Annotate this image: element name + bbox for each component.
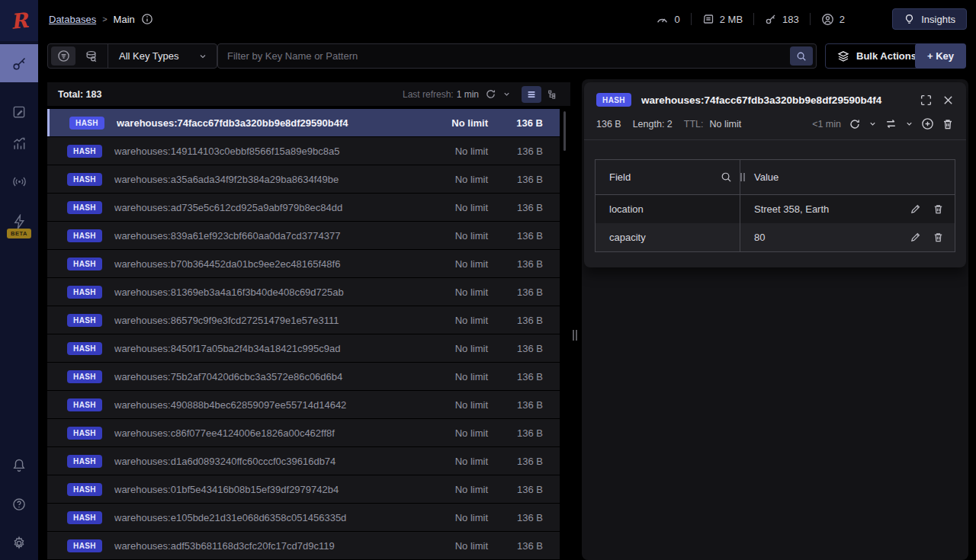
delete-key-icon[interactable] [942, 118, 954, 130]
sidebar-item-notifications[interactable] [0, 446, 38, 485]
breadcrumb-databases-link[interactable]: Databases [49, 14, 96, 25]
key-list-row[interactable]: HASH warehouses:8450f17a05ba2f4b34a18421… [47, 334, 560, 362]
hash-field-row[interactable]: capacity 80 [596, 223, 955, 251]
redis-logo[interactable]: R [0, 0, 38, 41]
key-list-row[interactable]: HASH warehouses:adf53b681168d3cfc20fc17c… [47, 532, 560, 559]
last-refresh-label: Last refresh: [403, 89, 454, 100]
search-icon[interactable] [721, 171, 732, 183]
key-ttl: No limit [412, 456, 488, 467]
detail-length: Length: 2 [633, 119, 673, 130]
database-scan-button[interactable] [79, 46, 103, 66]
key-type-select[interactable]: All Key Types [108, 50, 217, 62]
key-list-row[interactable]: HASH warehouses:d1a6d0893240ffc60cccf0c3… [47, 447, 560, 475]
key-size: 136 B [488, 258, 543, 270]
format-chevron-icon[interactable] [905, 120, 913, 128]
info-icon[interactable] [141, 13, 153, 25]
filter-input-wrap [217, 43, 817, 69]
key-size: 136 B [488, 456, 543, 467]
key-list-row[interactable]: HASH warehouses:a35a6ada34f9f2b384a29ba8… [47, 165, 560, 193]
key-list-row[interactable]: HASH warehouses:c86f077ee4124006e1826a00… [47, 419, 560, 446]
key-rows: HASH warehouses:74facc67fdb3a320bb9e8df2… [47, 109, 560, 560]
type-badge: HASH [67, 145, 102, 158]
key-list-row[interactable]: HASH warehouses:839a61ef923cbf660aa0da7c… [47, 222, 560, 249]
column-resize-handle[interactable] [740, 173, 745, 181]
edit-field-icon[interactable] [910, 203, 921, 215]
filter-toggle-button[interactable] [51, 46, 75, 66]
tree-view-button[interactable] [543, 86, 563, 103]
key-list-row[interactable]: HASH warehouses:01bf5e43416b08b15ef39df2… [47, 475, 560, 503]
stat-cpu: 0 [656, 13, 679, 26]
list-view-button[interactable] [522, 86, 541, 103]
delete-field-icon[interactable] [933, 203, 944, 215]
value-text: 80 [754, 232, 765, 243]
key-name: warehouses:c86f077ee4124006e1826a00c462f… [114, 427, 412, 439]
key-name: warehouses:d1a6d0893240ffc60cccf0c39616d… [114, 456, 412, 467]
key-list-row[interactable]: HASH warehouses:149114103c0ebbf8566f15a8… [47, 137, 560, 165]
key-name: warehouses:149114103c0ebbf8566f15a89e9bc… [114, 146, 412, 157]
delete-field-icon[interactable] [933, 232, 944, 243]
key-type-selected: All Key Types [119, 50, 179, 62]
help-icon [11, 497, 27, 512]
panel-resize-handle[interactable] [573, 330, 580, 341]
table-header: Field Value [596, 160, 955, 195]
key-filter-input[interactable] [218, 50, 790, 62]
key-ttl: No limit [412, 174, 488, 185]
hash-field-row[interactable]: location Street 358, Earth [596, 195, 955, 223]
close-icon[interactable] [942, 94, 954, 106]
fullscreen-icon[interactable] [920, 94, 933, 107]
detail-ttl[interactable]: TTL: No limit [684, 119, 741, 130]
redisinsight-app: R BETA [0, 0, 976, 560]
format-switch-icon[interactable] [884, 117, 897, 130]
bulk-actions-button[interactable]: Bulk Actions [825, 43, 929, 69]
value-header-label: Value [754, 171, 779, 183]
refresh-icon[interactable] [485, 88, 496, 100]
value-column-header: Value [740, 171, 955, 183]
key-list-row[interactable]: HASH warehouses:74facc67fdb3a320bb9e8df2… [47, 109, 560, 136]
bell-icon [11, 458, 27, 473]
sidebar-item-settings[interactable] [0, 524, 38, 560]
edit-field-icon[interactable] [910, 232, 921, 243]
insights-button[interactable]: Insights [892, 8, 967, 30]
key-list-row[interactable]: HASH warehouses:86579c9f9e3fcd27251479e1… [47, 306, 560, 334]
detail-size: 136 B [596, 119, 621, 130]
gear-icon [11, 536, 27, 551]
key-ttl: No limit [412, 540, 488, 552]
breadcrumb: Databases > Main [49, 13, 153, 25]
key-list-row[interactable]: HASH warehouses:490888b4bec62859097ee557… [47, 391, 560, 418]
refresh-options-chevron-icon[interactable] [502, 90, 511, 98]
key-list-row[interactable]: HASH warehouses:b70b364452da01bc9ee2ec48… [47, 250, 560, 277]
sidebar-item-browser[interactable] [0, 44, 38, 82]
scrollbar-thumb[interactable] [563, 111, 566, 151]
key-name: warehouses:8450f17a05ba2f4b34a18421c995c… [114, 343, 412, 354]
key-size: 136 B [488, 174, 543, 185]
type-badge: HASH [69, 117, 104, 130]
chevron-down-icon [198, 52, 207, 61]
key-list-row[interactable]: HASH warehouses:75b2af70420d6cbc3a3572e8… [47, 363, 560, 390]
key-size: 136 B [488, 230, 543, 242]
sidebar-item-help[interactable] [0, 485, 38, 523]
detail-meta-row: 136 B Length: 2 TTL: No limit <1 min [584, 113, 966, 139]
key-ttl: No limit [412, 315, 488, 326]
key-ttl: No limit [412, 427, 488, 439]
stat-clients-value: 2 [840, 14, 845, 25]
key-list-row[interactable]: HASH warehouses:e105bde21d31e068d6358c05… [47, 504, 560, 531]
refresh-options-chevron-icon[interactable] [868, 120, 877, 128]
add-field-icon[interactable] [921, 117, 934, 130]
type-badge: HASH [67, 427, 102, 440]
refresh-icon[interactable] [849, 118, 861, 130]
layers-icon [837, 50, 849, 62]
stat-divider [753, 13, 754, 25]
add-key-button[interactable]: + Key [915, 43, 966, 69]
stat-memory-value: 2 MB [720, 14, 743, 25]
key-detail-card: HASH warehouses:74facc67fdb3a320bb9e8df2… [584, 82, 966, 267]
key-type-group: All Key Types [47, 43, 217, 69]
key-list-row[interactable]: HASH warehouses:ad735e5c612cd925a9abf979… [47, 194, 560, 221]
breadcrumb-separator: > [102, 14, 107, 24]
field-cell: capacity [596, 223, 740, 251]
search-button[interactable] [790, 46, 813, 66]
sidebar-item-pubsub[interactable] [0, 162, 38, 200]
key-list-row[interactable]: HASH warehouses:81369eb3a4a16f3b40de408c… [47, 278, 560, 306]
sidebar-item-analytics[interactable] [0, 125, 38, 163]
key-size: 136 B [488, 315, 543, 326]
type-badge: HASH [67, 229, 102, 242]
